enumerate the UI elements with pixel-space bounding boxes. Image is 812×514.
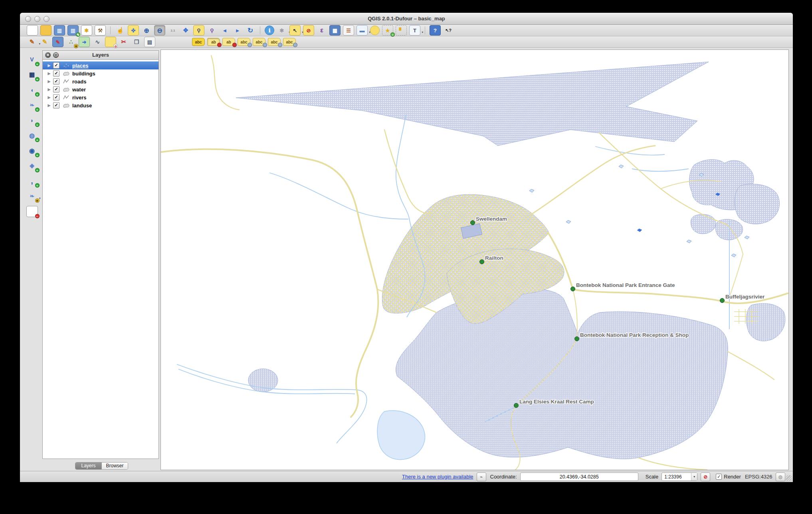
coordinate-input[interactable]: [520, 472, 638, 481]
delete-selected-icon[interactable]: ⊘: [105, 37, 116, 47]
crs-globe-icon[interactable]: ◍: [776, 472, 785, 481]
toggle-editing-icon[interactable]: ✎: [40, 37, 50, 47]
node-tool-icon[interactable]: ∿: [92, 37, 103, 47]
zoom-to-layer-icon[interactable]: ⚲: [207, 26, 217, 35]
layer-row-rivers[interactable]: ▶✓rivers: [43, 93, 158, 101]
text-annotation-icon[interactable]: T▾: [409, 25, 420, 36]
labeling-options-icon[interactable]: abc: [192, 38, 205, 46]
select-features-icon[interactable]: ↖▾: [289, 25, 301, 36]
zoom-out-icon[interactable]: ⊖: [154, 25, 165, 36]
zoom-window-button[interactable]: [44, 16, 50, 22]
show-bookmarks-icon[interactable]: ▘: [396, 25, 407, 36]
expand-arrow-icon[interactable]: ▶: [46, 95, 52, 99]
new-project-icon[interactable]: [27, 25, 38, 36]
render-checkbox[interactable]: ✓: [716, 474, 722, 480]
layer-row-landuse[interactable]: ▶✓landuse: [43, 101, 158, 109]
save-layer-edits-icon[interactable]: ✎: [52, 37, 63, 47]
new-bookmark-icon[interactable]: ★+: [382, 25, 393, 36]
plugin-available-link[interactable]: There is a new plugin available: [402, 474, 473, 480]
resize-grip[interactable]: [786, 475, 792, 481]
cut-features-icon[interactable]: ✂: [119, 37, 129, 47]
add-delimited-text-layer-icon[interactable]: ,+: [27, 176, 38, 186]
panel-tab-browser[interactable]: Browser: [101, 463, 128, 469]
save-project-as-icon[interactable]: ▥✎: [67, 25, 79, 36]
add-delimited-text-layer-icon-badge: +: [35, 183, 40, 188]
remove-layer-icon[interactable]: −: [26, 206, 38, 217]
expand-arrow-icon[interactable]: ▶: [46, 79, 52, 83]
layer-line-symbol-icon: [62, 79, 71, 84]
help-contents-icon[interactable]: ?: [430, 25, 441, 36]
scale-combobox[interactable]: 1:23396 ▼: [661, 472, 697, 481]
open-project-icon[interactable]: [40, 25, 51, 36]
zoom-next-icon[interactable]: ▸: [232, 26, 243, 35]
show-hide-labels-icon[interactable]: abc: [238, 38, 250, 46]
titlebar[interactable]: QGIS 2.0.1-Dufour – basic_map: [20, 13, 793, 25]
identify-features-icon[interactable]: ℹ: [265, 26, 274, 35]
zoom-native-icon[interactable]: 1:1: [168, 26, 178, 35]
add-vector-layer-icon[interactable]: V+: [27, 54, 38, 65]
add-spatialite-layer-icon[interactable]: ❧+: [27, 100, 38, 110]
save-project-icon[interactable]: ▥: [54, 25, 65, 36]
move-label-icon[interactable]: abc: [253, 38, 265, 46]
panel-float-icon[interactable]: ❒: [53, 52, 59, 58]
move-feature-icon[interactable]: ➜: [79, 37, 90, 47]
select-by-expression-icon[interactable]: ε: [317, 26, 327, 35]
zoom-to-selection-icon[interactable]: ⚲: [193, 25, 204, 36]
identify-features-icon-glyph: ℹ: [269, 28, 271, 34]
place-label: Lang Elsies Kraal Rest Camp: [519, 399, 594, 405]
composer-manager-icon[interactable]: ⚒: [95, 25, 106, 36]
run-feature-action-icon[interactable]: ✱▾: [277, 26, 287, 35]
layer-row-water[interactable]: ▶✓water: [43, 85, 158, 93]
current-edits-icon[interactable]: ✎▾: [27, 37, 37, 47]
add-postgis-layer-icon[interactable]: ◖+: [27, 85, 38, 95]
paste-features-icon[interactable]: ▤: [144, 37, 155, 47]
open-attribute-table-icon[interactable]: ▦: [329, 25, 341, 36]
map-tips-icon[interactable]: [370, 26, 380, 35]
expand-arrow-icon[interactable]: ▶: [46, 71, 52, 75]
add-wfs-layer-icon[interactable]: ◈+: [27, 160, 38, 171]
zoom-last-icon[interactable]: ◂: [220, 26, 230, 35]
layer-visibility-checkbox[interactable]: ✓: [53, 94, 59, 101]
pan-map-icon[interactable]: ☝: [115, 26, 125, 35]
change-label-properties-icon[interactable]: abc: [283, 38, 296, 46]
stop-render-icon[interactable]: ⊘: [701, 472, 710, 481]
layer-visibility-checkbox[interactable]: ✓: [53, 70, 59, 77]
zoom-in-icon[interactable]: ⊕: [141, 26, 152, 35]
new-shapefile-layer-icon[interactable]: ❧▾✱: [27, 191, 38, 201]
layer-visibility-checkbox[interactable]: ✓: [53, 62, 59, 69]
zoom-full-icon[interactable]: ✥: [180, 26, 191, 35]
layer-row-places[interactable]: ▶✓places: [43, 61, 158, 69]
panel-tab-layers[interactable]: Layers: [75, 463, 101, 469]
measure-icon[interactable]: ▬▾: [356, 25, 368, 36]
add-mssql-layer-icon[interactable]: ◗+: [27, 115, 38, 125]
layer-row-roads[interactable]: ▶✓roads: [43, 77, 158, 85]
plugin-manager-icon[interactable]: ⌁: [477, 472, 486, 481]
layer-visibility-checkbox[interactable]: ✓: [53, 86, 59, 93]
refresh-icon[interactable]: ↻: [245, 26, 255, 35]
layers-panel-header[interactable]: ✕ ❒ Layers: [43, 51, 158, 60]
layer-row-buildings[interactable]: ▶✓buildings: [43, 69, 158, 77]
add-feature-icon[interactable]: ∴✱: [66, 37, 76, 47]
panel-close-icon[interactable]: ✕: [45, 52, 51, 58]
add-wcs-layer-icon[interactable]: ◉+: [27, 145, 38, 156]
highlight-pinned-labels-icon[interactable]: ab: [222, 38, 235, 46]
expand-arrow-icon[interactable]: ▶: [46, 63, 52, 67]
rotate-label-icon[interactable]: abc: [268, 38, 281, 46]
copy-features-icon[interactable]: ❐: [131, 37, 142, 47]
deselect-features-icon[interactable]: ⊘: [303, 25, 314, 36]
layer-visibility-checkbox[interactable]: ✓: [53, 78, 59, 85]
new-print-composer-icon[interactable]: ✱: [81, 25, 92, 36]
add-raster-layer-icon[interactable]: ▦+: [27, 69, 38, 80]
expand-arrow-icon[interactable]: ▶: [46, 87, 52, 91]
map-canvas[interactable]: SwellendamRailtonBontebok National Park …: [160, 49, 789, 470]
layer-visibility-checkbox[interactable]: ✓: [53, 102, 59, 109]
add-wms-layer-icon[interactable]: ◍+: [27, 130, 38, 140]
field-calculator-icon[interactable]: ☰: [343, 25, 354, 36]
pan-to-selection-icon[interactable]: ✜: [128, 25, 139, 36]
close-window-button[interactable]: [25, 16, 31, 22]
minimize-window-button[interactable]: [34, 16, 40, 22]
layer-label: roads: [72, 79, 86, 85]
pin-labels-icon[interactable]: ab: [207, 38, 220, 46]
expand-arrow-icon[interactable]: ▶: [46, 103, 52, 107]
whats-this-icon[interactable]: ↖?: [443, 26, 454, 35]
